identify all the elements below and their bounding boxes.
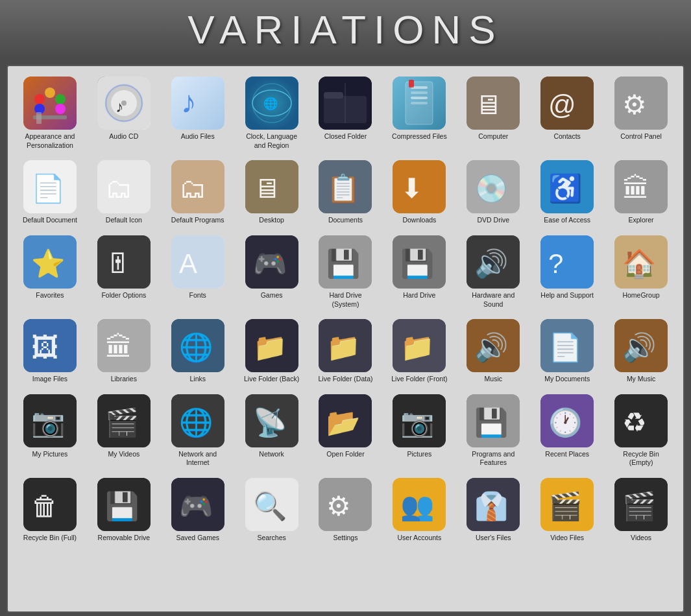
icon-item-hardwaresound[interactable]: 🔊Hardware and Sound [457, 231, 529, 313]
icon-label-explorer: Explorer [628, 216, 653, 225]
icon-item-documents[interactable]: 📋Documents [310, 156, 382, 229]
icon-item-folderoptions[interactable]: 🎚Folder Options [88, 231, 160, 313]
icon-item-programsfeatures[interactable]: 💾Programs and Features [457, 390, 529, 471]
svg-text:♻: ♻ [622, 407, 647, 438]
icon-box-recyclefull: 🗑 [23, 478, 77, 531]
icon-item-savedgames[interactable]: 🎮Saved Games [162, 474, 234, 547]
icon-label-homegroup: HomeGroup [622, 291, 659, 300]
icon-item-closedfolder[interactable]: Closed Folder [310, 73, 382, 154]
icon-box-savedgames: 🎮 [171, 478, 224, 531]
svg-text:📋: 📋 [326, 172, 361, 205]
icon-box-helpsupport: ? [540, 235, 594, 289]
icon-item-music[interactable]: 🔊Music [457, 315, 529, 388]
icon-item-settings[interactable]: ⚙Settings [310, 474, 382, 547]
icon-item-recycleempty[interactable]: ♻Recycle Bin (Empty) [605, 390, 677, 471]
icon-item-useraccounts[interactable]: 👥User Accounts [383, 474, 455, 547]
icon-label-clock: Clock, Language and Region [243, 132, 301, 150]
icon-item-links[interactable]: 🌐Links [162, 315, 234, 388]
icon-item-harddrive[interactable]: 💾Hard Drive [383, 231, 455, 313]
svg-text:🖥: 🖥 [253, 173, 280, 204]
svg-text:🔊: 🔊 [474, 331, 509, 364]
icon-item-harddrives[interactable]: 💾Hard Drive (System) [310, 231, 382, 313]
icon-item-audiocd[interactable]: ♪Audio CD [88, 73, 160, 154]
icon-label-searches: Searches [257, 534, 285, 543]
icon-item-myvideos[interactable]: 🎬My Videos [88, 390, 160, 471]
icon-item-livefolderback[interactable]: 📁Live Folder (Back) [236, 315, 308, 388]
icon-label-audiofiles: Audio Files [181, 132, 215, 141]
icon-item-audiofiles[interactable]: ♪Audio Files [162, 73, 234, 154]
icon-item-defaulticon[interactable]: 🗂Default Icon [88, 156, 160, 229]
icon-item-libraries[interactable]: 🏛Libraries [88, 315, 160, 388]
icon-item-games[interactable]: 🎮Games [236, 231, 308, 313]
icon-item-fonts[interactable]: AFonts [162, 231, 234, 313]
icon-label-livefolderdata: Live Folder (Data) [318, 375, 372, 384]
svg-rect-7 [36, 112, 42, 124]
icon-item-livefolderdata[interactable]: 📁Live Folder (Data) [310, 315, 382, 388]
icon-item-favorites[interactable]: ⭐Favorites [14, 231, 86, 313]
icons-grid: Appearance and Personalization♪Audio CD♪… [14, 73, 677, 547]
icon-item-desktop[interactable]: 🖥Desktop [236, 156, 308, 229]
icon-item-homegroup[interactable]: 🏠HomeGroup [605, 231, 677, 313]
icon-item-explorer[interactable]: 🏛Explorer [605, 156, 677, 229]
icon-item-pictures[interactable]: 📷Pictures [383, 390, 455, 471]
icon-item-defaultprograms[interactable]: 🗂Default Programs [162, 156, 234, 229]
icon-box-usersfiles: 👔 [467, 478, 520, 531]
icon-item-usersfiles[interactable]: 👔User's Files [457, 474, 529, 547]
icon-item-clock[interactable]: 🌐Clock, Language and Region [236, 73, 308, 154]
icon-box-easeofaccess: ♿ [540, 160, 594, 213]
icon-item-network[interactable]: 📡Network [236, 390, 308, 471]
icon-item-videos[interactable]: 🎬Videos [605, 474, 677, 547]
icon-item-networkinternet[interactable]: 🌐Network and Internet [162, 390, 234, 471]
icon-box-appearance [23, 77, 77, 130]
icon-box-dvddrive: 💿 [467, 160, 520, 213]
icon-item-searches[interactable]: 🔍Searches [236, 474, 308, 547]
icon-item-compressed[interactable]: Compressed Files [383, 73, 455, 154]
icon-item-easeofaccess[interactable]: ♿Ease of Access [531, 156, 603, 229]
icon-item-mydocuments[interactable]: 📄My Documents [531, 315, 603, 388]
icon-item-livefolderfont[interactable]: 📁Live Folder (Front) [383, 315, 455, 388]
icon-item-recentplaces[interactable]: 🕐Recent Places [531, 390, 603, 471]
icon-item-mymusic[interactable]: 🔊My Music [605, 315, 677, 388]
svg-text:🔊: 🔊 [622, 331, 657, 364]
svg-point-3 [55, 94, 66, 104]
icon-item-videofiles[interactable]: 🎬Video Files [531, 474, 603, 547]
icon-box-myvideos: 🎬 [97, 394, 151, 447]
icon-item-contacts[interactable]: @Contacts [531, 73, 603, 154]
icon-label-networkinternet: Network and Internet [169, 450, 227, 468]
svg-text:📁: 📁 [326, 331, 361, 364]
icon-item-imagefiles[interactable]: 🖼Image Files [14, 315, 86, 388]
main-content: Appearance and Personalization♪Audio CD♪… [6, 65, 685, 613]
svg-text:👔: 👔 [474, 490, 509, 523]
svg-rect-22 [324, 92, 343, 99]
svg-rect-14 [171, 77, 224, 130]
icon-box-favorites: ⭐ [23, 235, 77, 289]
icon-label-recycleempty: Recycle Bin (Empty) [612, 450, 670, 468]
icon-label-games: Games [261, 291, 283, 300]
icon-item-controlpanel[interactable]: ⚙Control Panel [605, 73, 677, 154]
icon-item-mypictures[interactable]: 📷My Pictures [14, 390, 86, 471]
svg-rect-29 [411, 102, 428, 104]
icon-item-appearance[interactable]: Appearance and Personalization [14, 73, 86, 154]
icon-box-mypictures: 📷 [23, 394, 77, 447]
icon-item-helpsupport[interactable]: ?Help and Support [531, 231, 603, 313]
icon-box-imagefiles: 🖼 [23, 319, 77, 372]
icon-label-settings: Settings [333, 534, 358, 543]
icon-label-dvddrive: DVD Drive [477, 216, 509, 225]
svg-text:🗂: 🗂 [179, 173, 206, 204]
icon-item-defaultdoc[interactable]: 📄Default Document [14, 156, 86, 229]
icon-box-explorer: 🏛 [614, 160, 668, 213]
icon-item-dvddrive[interactable]: 💿DVD Drive [457, 156, 529, 229]
icon-label-defaultprograms: Default Programs [171, 216, 224, 225]
svg-text:🌐: 🌐 [179, 331, 213, 364]
icon-label-documents: Documents [328, 216, 363, 225]
icon-item-recyclefull[interactable]: 🗑Recycle Bin (Full) [14, 474, 86, 547]
icon-box-livefolderfont: 📁 [393, 319, 446, 372]
icon-label-contacts: Contacts [553, 132, 580, 141]
svg-text:♪: ♪ [115, 98, 123, 115]
icon-label-desktop: Desktop [259, 216, 284, 225]
svg-text:💾: 💾 [105, 490, 139, 523]
icon-item-downloads[interactable]: ⬇Downloads [383, 156, 455, 229]
icon-item-computer[interactable]: 🖥Computer [457, 73, 529, 154]
icon-item-removabledrive[interactable]: 💾Removable Drive [88, 474, 160, 547]
icon-item-openfolder[interactable]: 📂Open Folder [310, 390, 382, 471]
